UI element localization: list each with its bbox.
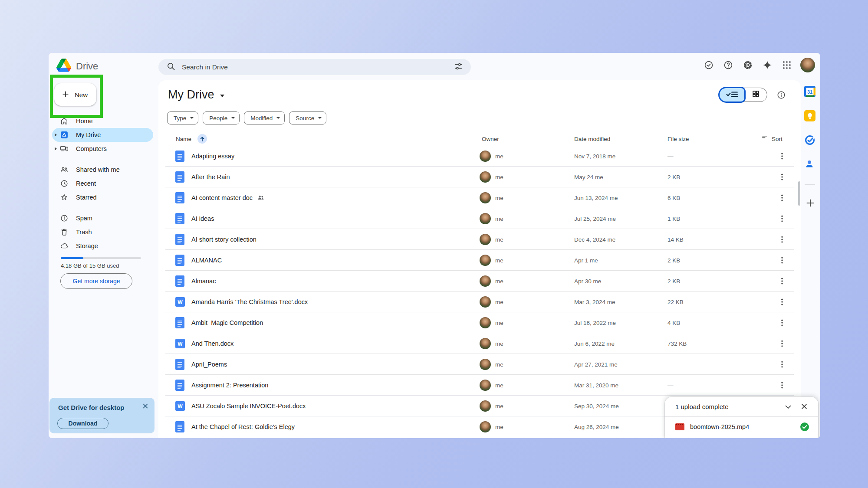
sidebar-item-storage[interactable]: Storage (52, 239, 153, 253)
contacts-icon[interactable] (804, 159, 815, 170)
expand-arrow-icon[interactable] (55, 133, 57, 137)
file-name[interactable]: AI ideas (191, 208, 214, 229)
sidebar-item-starred[interactable]: Starred (52, 190, 153, 204)
table-row[interactable]: ALMANACmeApr 1 me2 KB (158, 250, 801, 271)
file-name[interactable]: AI short story collection (191, 229, 256, 250)
scrollbar-thumb[interactable] (798, 181, 800, 206)
file-name[interactable]: And Then.docx (191, 333, 233, 354)
calendar-icon[interactable]: 31 (804, 86, 815, 97)
file-table-body: Adapting essaymeNov 7, 2018 me—After the… (158, 146, 801, 438)
file-name[interactable]: AI content master doc (191, 187, 264, 208)
owner-avatar (480, 296, 491, 308)
file-name[interactable]: Ambit_Magic Competition (191, 312, 263, 333)
search-input[interactable] (181, 63, 454, 72)
owner-name: me (495, 382, 503, 389)
sidebar-item-shared-with-me[interactable]: Shared with me (52, 163, 153, 177)
column-header-name[interactable]: Name (176, 132, 191, 146)
drive-logo[interactable]: Drive (56, 59, 98, 74)
sidebar-item-trash[interactable]: Trash (52, 225, 153, 239)
row-menu-button[interactable] (776, 229, 788, 250)
info-icon[interactable] (776, 90, 786, 100)
grid-view-icon (752, 90, 760, 100)
owner-cell: me (480, 333, 503, 354)
file-name[interactable]: After the Rain (191, 167, 230, 187)
table-row[interactable]: AlmanacmeApr 30 me2 KB (158, 271, 801, 291)
file-name[interactable]: Amanda Harris 'The Christmas Tree'.docx (191, 291, 308, 312)
settings-icon[interactable] (743, 60, 753, 70)
sort-ascending-icon[interactable] (197, 134, 207, 144)
sidebar-item-computers[interactable]: Computers (52, 142, 153, 156)
tune-icon[interactable] (454, 62, 463, 73)
row-menu-button[interactable] (776, 271, 788, 291)
list-view-button[interactable] (720, 88, 744, 102)
owner-name: me (495, 278, 503, 285)
download-button[interactable]: Download (57, 418, 108, 429)
apps-icon[interactable] (782, 60, 792, 70)
row-menu-button[interactable] (776, 375, 788, 396)
filter-chip-source[interactable]: Source (289, 111, 326, 124)
close-icon[interactable] (141, 402, 149, 410)
owner-avatar (480, 380, 491, 391)
upload-toast-item[interactable]: boomtown-2025.mp4 (665, 417, 818, 438)
file-name-text: AI content master doc (191, 194, 253, 201)
file-name-text: Amanda Harris 'The Christmas Tree'.docx (191, 298, 308, 305)
new-button[interactable]: New (54, 83, 96, 106)
file-name[interactable]: Almanac (191, 271, 216, 291)
table-row[interactable]: Adapting essaymeNov 7, 2018 me— (158, 146, 801, 167)
offline-status-icon[interactable] (704, 60, 714, 70)
close-icon[interactable] (800, 402, 809, 412)
add-icon[interactable] (805, 198, 815, 208)
row-menu-button[interactable] (776, 250, 788, 271)
drive-app-window: Drive New HomeMy DriveComputersShared wi… (49, 53, 820, 438)
filter-chip-modified[interactable]: Modified (244, 111, 285, 124)
file-name[interactable]: At the Chapel of Rest: Goldie's Elegy (191, 416, 295, 437)
filter-chip-people[interactable]: People (203, 111, 240, 124)
storage-progress-bar (61, 257, 141, 259)
user-avatar[interactable] (800, 58, 815, 72)
row-menu-button[interactable] (776, 333, 788, 354)
sidebar-item-recent[interactable]: Recent (52, 177, 153, 190)
sidebar-item-my-drive[interactable]: My Drive (52, 128, 153, 142)
column-header-size[interactable]: File size (667, 132, 689, 146)
chevron-down-icon[interactable] (783, 402, 793, 412)
table-row[interactable]: AI short story collectionmeDec 4, 2024 m… (158, 229, 801, 250)
column-header-owner[interactable]: Owner (482, 132, 499, 146)
file-name[interactable]: April_Poems (191, 354, 227, 375)
tasks-icon[interactable] (804, 134, 815, 146)
file-name[interactable]: ASU Zocalo Sample INVOICE-Poet.docx (191, 396, 306, 416)
file-name[interactable]: Adapting essay (191, 146, 234, 167)
search-bar[interactable] (158, 59, 471, 75)
table-row[interactable]: AI content master docmeJun 13, 2024 me6 … (158, 187, 801, 208)
get-more-storage-button[interactable]: Get more storage (60, 273, 132, 289)
grid-view-button[interactable] (744, 88, 767, 102)
row-menu-button[interactable] (776, 167, 788, 187)
gemini-icon[interactable] (762, 60, 773, 70)
storage-icon (60, 242, 69, 250)
page-title[interactable]: My Drive (168, 88, 224, 102)
row-menu-button[interactable] (776, 312, 788, 333)
expand-arrow-icon[interactable] (55, 147, 57, 151)
table-row[interactable]: Assignment 2: PresentationmeMar 31, 2020… (158, 375, 801, 396)
table-row[interactable]: WAmanda Harris 'The Christmas Tree'.docx… (158, 291, 801, 312)
keep-icon[interactable] (804, 110, 815, 121)
row-menu-button[interactable] (776, 291, 788, 312)
sidebar-item-label: Trash (76, 225, 92, 239)
help-icon[interactable] (723, 60, 733, 70)
sidebar-item-spam[interactable]: Spam (52, 211, 153, 225)
column-header-modified[interactable]: Date modified (574, 132, 610, 146)
table-row[interactable]: WAnd Then.docxmeJun 6, 2022 me732 KB (158, 333, 801, 354)
row-menu-button[interactable] (776, 208, 788, 229)
word-icon: W (175, 333, 185, 354)
table-row[interactable]: AI ideasmeJul 25, 2024 me1 KB (158, 208, 801, 229)
sidebar-item-home[interactable]: Home (52, 114, 153, 128)
row-menu-button[interactable] (776, 146, 788, 167)
filter-chip-type[interactable]: Type (167, 111, 198, 124)
table-row[interactable]: After the RainmeMay 24 me2 KB (158, 167, 801, 187)
sort-button[interactable]: Sort (761, 132, 783, 146)
row-menu-button[interactable] (776, 354, 788, 375)
row-menu-button[interactable] (776, 187, 788, 208)
table-row[interactable]: April_PoemsmeApr 27, 2021 me— (158, 354, 801, 375)
table-row[interactable]: Ambit_Magic CompetitionmeJul 16, 2022 me… (158, 312, 801, 333)
file-name[interactable]: ALMANAC (191, 250, 222, 271)
file-name[interactable]: Assignment 2: Presentation (191, 375, 268, 396)
